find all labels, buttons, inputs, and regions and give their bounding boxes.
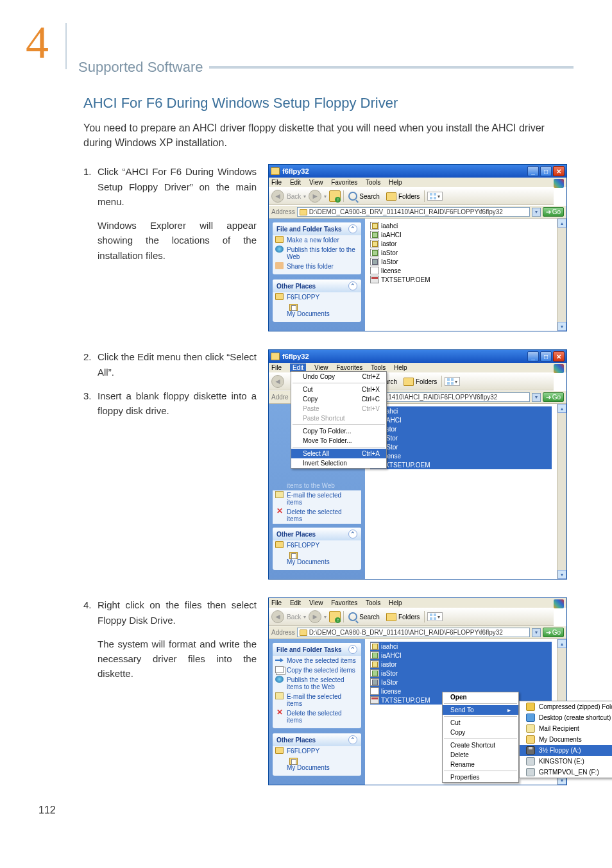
go-button[interactable]: ➔ Go (543, 628, 564, 637)
views-button[interactable] (427, 192, 443, 201)
menu-help[interactable]: Help (394, 364, 407, 371)
up-folder-button[interactable] (329, 190, 341, 202)
menu-edit[interactable]: Edit (290, 179, 301, 186)
other-places-head[interactable]: Other Places⌃ (273, 528, 361, 540)
move-items-link[interactable]: Move the selected items (273, 656, 361, 665)
file-item[interactable]: iaAHCI (370, 415, 552, 424)
scroll-down[interactable]: ▾ (557, 570, 566, 579)
scroll-up[interactable]: ▴ (557, 404, 566, 413)
sendto-mail[interactable]: Mail Recipient (520, 723, 612, 734)
panel-item-partial[interactable]: items to the Web (273, 481, 361, 490)
file-item[interactable]: IaStor (370, 678, 552, 687)
file-item[interactable]: iaStor (370, 669, 552, 678)
menu-tools[interactable]: Tools (366, 179, 380, 186)
menu-view[interactable]: View (309, 179, 323, 186)
menu-tools[interactable]: Tools (366, 599, 380, 606)
sendto-desktop[interactable]: Desktop (create shortcut) (520, 712, 612, 723)
maximize-button[interactable]: □ (540, 351, 552, 362)
ctx-rename[interactable]: Rename (443, 760, 518, 769)
other-mydocs[interactable]: My Documents (273, 756, 361, 772)
menu-tools[interactable]: Tools (371, 364, 386, 371)
menu-move-to[interactable]: Move To Folder... (291, 436, 386, 446)
folders-button[interactable]: Folders (384, 192, 421, 201)
file-item[interactable]: iaStor (370, 433, 552, 442)
maximize-button[interactable]: □ (540, 166, 552, 176)
scrollbar[interactable]: ▴▾ (557, 219, 566, 331)
file-item[interactable]: iaStor (370, 248, 552, 257)
titlebar[interactable]: f6flpy32 _ □ ✕ (269, 350, 566, 363)
back-button[interactable]: ◄ (271, 610, 284, 623)
menu-edit[interactable]: Edit (290, 599, 301, 606)
sendto-mydocs[interactable]: My Documents (520, 734, 612, 745)
other-f6floppy[interactable]: F6FLOPPY (273, 540, 361, 550)
file-item[interactable]: license (370, 266, 552, 275)
sendto-grtmpvol[interactable]: GRTMPVOL_EN (F:) (520, 767, 612, 778)
menu-favorites[interactable]: Favorites (331, 599, 357, 606)
ctx-send-to[interactable]: Send To▸ (443, 705, 518, 715)
address-field[interactable]: D:\DEMO_CA980-B_DRV_011410\AHCI_RAID\F6F… (297, 628, 530, 637)
publish-folder-link[interactable]: Publish this folder to the Web (273, 245, 361, 262)
file-area[interactable]: iaahci iaAHCI iastor iaStor IaStor licen… (365, 404, 557, 579)
ctx-delete[interactable]: Delete (443, 750, 518, 760)
go-button[interactable]: ➔ Go (543, 392, 564, 402)
ctx-create-shortcut[interactable]: Create Shortcut (443, 740, 518, 750)
file-area[interactable]: iaahci iaAHCI iastor iaStor IaStor licen… (365, 639, 557, 785)
views-button[interactable] (427, 612, 443, 621)
ctx-copy[interactable]: Copy (443, 728, 518, 737)
file-item[interactable]: IaStor (370, 442, 552, 451)
menu-undo[interactable]: Undo CopyCtrl+Z (291, 372, 386, 381)
ctx-cut[interactable]: Cut (443, 718, 518, 728)
file-item[interactable]: iaahci (370, 406, 552, 415)
menu-file[interactable]: File (271, 364, 282, 371)
menu-help[interactable]: Help (389, 599, 402, 606)
menu-view[interactable]: View (309, 599, 323, 606)
sendto-floppy[interactable]: 3½ Floppy (A:) (520, 745, 612, 756)
sendto-kingston[interactable]: KINGSTON (E:) (520, 756, 612, 767)
minimize-button[interactable]: _ (527, 166, 539, 176)
address-field[interactable]: D:\DEMO_CA900-B_DRV_011410\AHCI_RAID\F6F… (297, 207, 530, 217)
file-item[interactable]: iaAHCI (370, 651, 552, 660)
go-button[interactable]: ➔ Go (543, 207, 564, 217)
other-places-head[interactable]: Other Places⌃ (273, 280, 361, 292)
tasks-panel-head[interactable]: File and Folder Tasks⌃ (273, 222, 361, 235)
close-button[interactable]: ✕ (553, 166, 565, 176)
address-dropdown[interactable]: ▾ (532, 208, 541, 217)
share-folder-link[interactable]: Share this folder (273, 262, 361, 271)
scrollbar[interactable]: ▴▾ (557, 404, 566, 579)
delete-items-link[interactable]: ✕Delete the selected items (273, 708, 361, 725)
titlebar[interactable]: f6flpy32 _ □ ✕ (269, 165, 566, 178)
file-item[interactable]: iaahci (370, 642, 552, 651)
file-item[interactable]: iastor (370, 239, 552, 248)
search-button[interactable]: Search (346, 612, 382, 622)
file-item[interactable]: TXTSETUP.OEM (370, 460, 552, 469)
other-mydocs[interactable]: My Documents (273, 302, 361, 319)
email-items-link[interactable]: E-mail the selected items (273, 692, 361, 708)
sendto-zip[interactable]: Compressed (zipped) Folder (520, 701, 612, 712)
file-item[interactable]: iastor (370, 660, 552, 669)
address-dropdown[interactable]: ▾ (532, 393, 541, 402)
minimize-button[interactable]: _ (527, 351, 539, 362)
folders-button[interactable]: Folders (384, 612, 421, 622)
publish-items-link[interactable]: Publish the selected items to the Web (273, 675, 361, 692)
close-button[interactable]: ✕ (553, 351, 565, 362)
menu-file[interactable]: File (271, 599, 282, 606)
tasks-panel-head[interactable]: File and Folder Tasks⌃ (273, 643, 361, 656)
scroll-up[interactable]: ▴ (557, 219, 566, 228)
file-area[interactable]: iaahci iaAHCI iastor iaStor IaStor licen… (365, 219, 557, 331)
menu-help[interactable]: Help (389, 179, 402, 186)
folders-button[interactable]: Folders (402, 377, 439, 387)
scroll-down[interactable]: ▾ (557, 322, 566, 331)
scroll-up[interactable]: ▴ (557, 639, 566, 648)
ctx-properties[interactable]: Properties (443, 772, 518, 782)
copy-items-link[interactable]: Copy the selected items (273, 665, 361, 675)
menu-favorites[interactable]: Favorites (336, 364, 362, 371)
menu-select-all[interactable]: Select AllCtrl+A (291, 449, 386, 458)
file-item[interactable]: iaAHCI (370, 230, 552, 239)
other-f6floppy[interactable]: F6FLOPPY (273, 746, 361, 756)
email-items-link[interactable]: E-mail the selected items (273, 490, 361, 507)
forward-button[interactable]: ► (309, 190, 321, 203)
search-button[interactable]: Search (346, 191, 382, 201)
menu-invert-selection[interactable]: Invert Selection (291, 458, 386, 468)
make-folder-link[interactable]: Make a new folder (273, 235, 361, 245)
menu-file[interactable]: File (271, 179, 282, 186)
